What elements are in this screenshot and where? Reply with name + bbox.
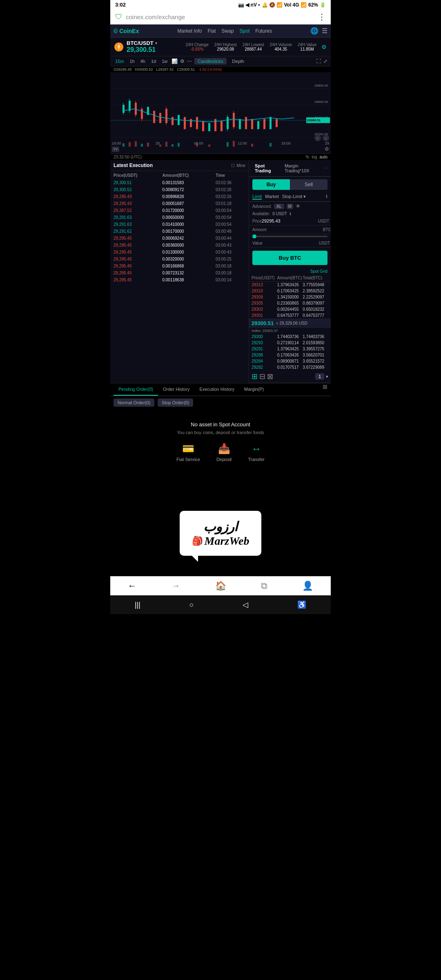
buy-button[interactable]: Buy <box>252 179 290 190</box>
page-number[interactable]: 1 <box>315 373 324 380</box>
sell-button[interactable]: Sell <box>290 179 327 190</box>
ask-price[interactable]: 29301 <box>252 313 277 318</box>
fiat-service-action[interactable]: 💳 Fiat Service <box>176 443 200 462</box>
exec-price: 29,291.63 <box>111 221 159 227</box>
svg-rect-38 <box>257 121 259 129</box>
order-settings-icon[interactable]: ⊞ <box>323 383 327 396</box>
bid-price[interactable]: 29288 <box>252 353 277 357</box>
limit-tab[interactable]: Limit <box>252 194 262 200</box>
interval-15m[interactable]: 15m <box>114 58 125 65</box>
recents-btn[interactable]: ||| <box>135 601 140 609</box>
trading-more-icon[interactable]: ⋯ <box>323 166 327 171</box>
al-button[interactable]: AL <box>274 204 284 209</box>
chart-nav: ‹ › <box>314 135 329 141</box>
nav-futures[interactable]: Futures <box>255 28 272 34</box>
back-btn[interactable]: ◁ <box>243 600 248 609</box>
fiat-icon: 💳 <box>182 443 194 454</box>
hamburger-icon[interactable]: ☰ <box>322 27 327 35</box>
nav-fiat[interactable]: Fiat <box>208 28 216 34</box>
pending-order-tab[interactable]: Pending Order(0) <box>114 383 158 396</box>
mine-checkbox-box[interactable]: ☐ <box>231 163 235 168</box>
fullscreen-icon[interactable]: ⤢ <box>323 58 327 64</box>
value-input[interactable] <box>263 241 319 245</box>
percent-option[interactable]: % <box>305 155 309 159</box>
amount-input[interactable] <box>266 227 323 232</box>
globe-icon[interactable]: 🌐 <box>310 27 318 35</box>
svg-text:29300.51: 29300.51 <box>307 118 321 122</box>
transfer-action[interactable]: ↔ Transfer <box>248 443 265 462</box>
back-nav[interactable]: ← <box>128 581 137 591</box>
chart-next[interactable]: › <box>323 135 329 141</box>
bid-price[interactable]: 29282 <box>252 365 277 370</box>
view-tab-2[interactable]: ⊟ <box>259 372 265 381</box>
home-btn[interactable]: ○ <box>189 601 194 609</box>
order-tabs: Pending Order(0) Order History Execution… <box>110 383 331 396</box>
bid-price[interactable]: 29293 <box>252 341 277 345</box>
browser-menu-icon[interactable]: ⋮ <box>318 12 326 22</box>
accessibility-btn[interactable]: ♿ <box>297 600 306 609</box>
market-tab[interactable]: Market <box>265 194 279 200</box>
page-dropdown[interactable]: ▾ <box>326 374 328 379</box>
order-history-tab[interactable]: Order History <box>158 383 194 396</box>
profile-nav[interactable]: 👤 <box>302 581 313 591</box>
svg-text:29600.00: 29600.00 <box>314 100 328 104</box>
auto-option[interactable]: auto <box>320 155 327 159</box>
log-option[interactable]: log <box>312 155 317 159</box>
pair-dropdown-icon[interactable]: ▾ <box>155 41 157 45</box>
ask-price[interactable]: 29303 <box>252 307 277 312</box>
margin-tab2[interactable]: Margin(P) <box>239 383 269 396</box>
bid-price[interactable]: 29284 <box>252 359 277 363</box>
settings-icon[interactable]: ⚙ <box>321 44 327 50</box>
view-tab-1[interactable]: ⊞ <box>252 372 258 381</box>
view-tab-3[interactable]: ⊠ <box>267 372 273 381</box>
tabs-nav[interactable]: ⧉ <box>261 581 267 591</box>
trading-pair[interactable]: BTC/USDT <box>127 40 154 46</box>
home-nav[interactable]: 🏠 <box>215 581 226 591</box>
nav-spot[interactable]: Spot <box>240 28 250 34</box>
chart-settings-btn[interactable]: ⚙ <box>325 146 329 152</box>
stop-order-btn[interactable]: Stop Order(0) <box>158 399 193 407</box>
m-btn[interactable]: M <box>287 204 293 209</box>
ask-price[interactable]: 29309 <box>252 295 277 299</box>
candlestick-btn[interactable]: Candlesticks <box>194 58 226 65</box>
more2-icon[interactable]: ⋯ <box>187 58 192 64</box>
svg-rect-39 <box>263 119 265 129</box>
interval-1h[interactable]: 1h <box>128 58 136 65</box>
normal-order-btn[interactable]: Normal Order(0) <box>114 399 154 407</box>
interval-4h[interactable]: 4h <box>139 58 147 65</box>
spot-grid-link[interactable]: Spot Grid <box>249 268 331 274</box>
forward-nav[interactable]: → <box>172 581 180 591</box>
margin-tab[interactable]: Margin Trading*10X <box>282 163 323 174</box>
buy-btc-button[interactable]: Buy BTC <box>252 251 327 265</box>
coinex-logo[interactable]: © CoinEx <box>114 28 139 34</box>
time-axis-3: 06:00 <box>194 141 203 145</box>
nav-market-info[interactable]: Market Info <box>178 28 202 34</box>
expand-icon[interactable]: ⛶ <box>316 58 321 64</box>
stop-limit-tab[interactable]: Stop-Limit ▾ <box>282 194 306 200</box>
order-info-icon[interactable]: ℹ <box>326 194 327 200</box>
bid-price[interactable]: 29300 <box>252 334 277 339</box>
nav-swap[interactable]: Swap <box>222 28 234 34</box>
settings2-icon[interactable]: ⚙ <box>180 58 185 64</box>
exec-amount: 0.01330000 <box>160 249 212 255</box>
ask-price[interactable]: 29310 <box>252 289 277 293</box>
info-icon2[interactable]: ℹ <box>290 212 291 216</box>
browser-url-text[interactable]: coinex.com/exchange <box>126 13 185 20</box>
price-label: Price <box>252 219 262 223</box>
spot-tab[interactable]: Spot Trading <box>252 163 282 174</box>
price-input[interactable] <box>262 218 318 223</box>
depth-btn[interactable]: Depth <box>229 58 247 65</box>
bid-price[interactable]: 29291 <box>252 347 277 351</box>
deposit-action[interactable]: 📥 Deposit <box>216 443 232 462</box>
chart-icon[interactable]: 📊 <box>172 58 178 64</box>
interval-1d[interactable]: 1d <box>149 58 158 65</box>
execution-history-tab[interactable]: Execution History <box>194 383 239 396</box>
chart-prev[interactable]: ‹ <box>314 135 321 141</box>
browser-bar: 🛡 coinex.com/exchange ⋮ <box>110 9 331 24</box>
ask-price[interactable]: 29305 <box>252 301 277 305</box>
advanced-label: Advanced: <box>252 204 272 209</box>
ask-price[interactable]: 29313 <box>252 283 277 287</box>
eye-icon[interactable]: 👁 <box>296 203 301 209</box>
interval-1w[interactable]: 1w <box>160 58 169 65</box>
exec-price: 29,295.45 <box>111 263 159 269</box>
